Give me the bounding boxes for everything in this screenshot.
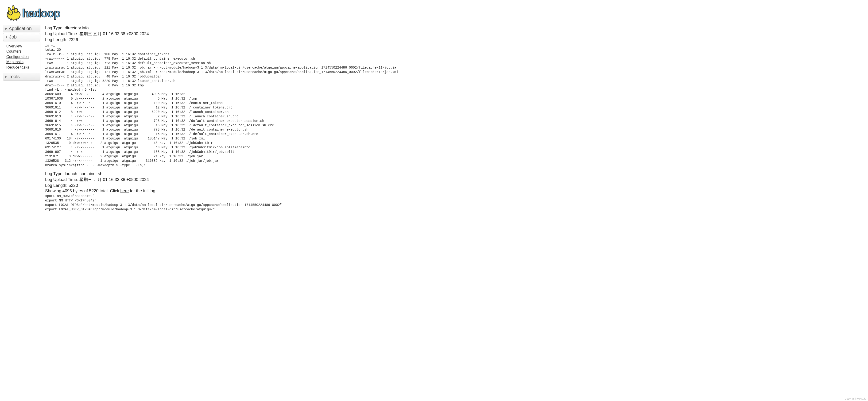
- log2-showing-prefix: Showing 4096 bytes of 5220 total. Click: [45, 188, 120, 193]
- log2-type-label: Log Type:: [45, 172, 65, 176]
- log2-body: xport NM_HOST="hadoop102" export NM_HTTP…: [45, 194, 865, 212]
- log1-length-value: 2326: [69, 37, 78, 42]
- log2-upload-time: Log Upload Time: 星期三 五月 01 16:33:38 +080…: [45, 177, 865, 183]
- sidebar-job-header[interactable]: ▼ Job: [3, 33, 40, 41]
- svg-point-2: [14, 8, 18, 13]
- log2-showing: Showing 4096 bytes of 5220 total. Click …: [45, 188, 865, 193]
- sidebar-link-counters[interactable]: Counters: [6, 49, 37, 54]
- sidebar-link-configuration[interactable]: Configuration: [6, 54, 37, 59]
- log1-type-label: Log Type:: [45, 26, 65, 30]
- log1-length-label: Log Length:: [45, 37, 69, 42]
- sidebar-link-overview[interactable]: Overview: [6, 44, 37, 49]
- sidebar-tools-header[interactable]: ▶ Tools: [3, 73, 40, 81]
- svg-point-4: [12, 6, 14, 10]
- log1-length: Log Length: 2326: [45, 37, 865, 43]
- log2-type-value: launch_container.sh: [65, 172, 102, 176]
- sidebar-application-label: Application: [9, 26, 32, 31]
- log2-length-label: Log Length:: [45, 183, 69, 188]
- log1-type-value: directory.info: [65, 26, 89, 30]
- svg-text:hadoop: hadoop: [22, 7, 60, 20]
- sidebar-tools-label: Tools: [9, 74, 20, 79]
- chevron-right-icon: ▶: [5, 27, 7, 30]
- sidebar: ▶ Application ▼ Job Overview Counters Co…: [3, 25, 40, 81]
- log1-type: Log Type: directory.info: [45, 25, 865, 31]
- hadoop-logo: hadoop: [5, 3, 80, 23]
- log1-upload-value: 星期三 五月 01 16:33:38 +0800 2024: [80, 31, 149, 36]
- log2-full-log-link[interactable]: here: [120, 188, 129, 193]
- log2-length-value: 5220: [69, 183, 78, 188]
- log2-type: Log Type: launch_container.sh: [45, 171, 865, 177]
- log2-upload-value: 星期三 五月 01 16:33:38 +0800 2024: [80, 177, 149, 182]
- sidebar-job-label: Job: [9, 34, 17, 40]
- log1-upload-label: Log Upload Time:: [45, 31, 80, 36]
- sidebar-link-reduce-tasks[interactable]: Reduce tasks: [6, 65, 37, 70]
- log2-showing-suffix: for the full log.: [129, 188, 156, 193]
- log1-upload-time: Log Upload Time: 星期三 五月 01 16:33:38 +080…: [45, 31, 865, 37]
- sidebar-link-map-tasks[interactable]: Map tasks: [6, 59, 37, 65]
- sidebar-application-header[interactable]: ▶ Application: [3, 25, 40, 32]
- sidebar-job-submenu: Overview Counters Configuration Map task…: [3, 41, 40, 72]
- svg-point-5: [10, 12, 11, 13]
- chevron-down-icon: ▼: [5, 36, 8, 38]
- content-area: Log Type: directory.info Log Upload Time…: [45, 25, 865, 215]
- log2-upload-label: Log Upload Time:: [45, 177, 80, 182]
- log2-length: Log Length: 5220: [45, 183, 865, 188]
- svg-point-3: [8, 7, 10, 11]
- log1-body: ls -l: total 20 -rw-r--r-- 1 atguigu atg…: [45, 43, 865, 167]
- chevron-right-icon: ▶: [5, 75, 7, 78]
- logo-row: hadoop: [3, 3, 865, 25]
